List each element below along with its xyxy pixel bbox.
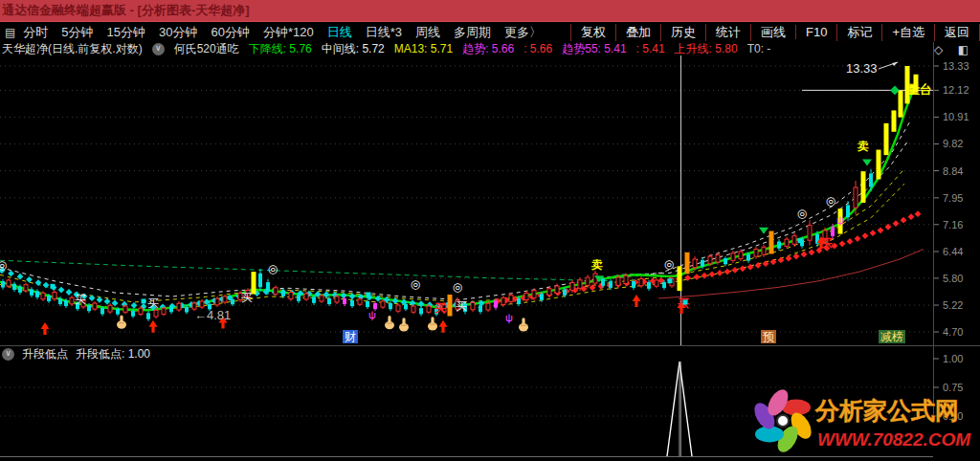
biaoji-button[interactable]: 标记 bbox=[836, 24, 881, 41]
tag-cai[interactable]: 财 bbox=[343, 330, 358, 343]
window-title: 通达信金融终端超赢版 - [分析图表-天华超净] bbox=[2, 3, 250, 17]
svg-text:量台: 量台 bbox=[907, 82, 932, 97]
indicator-name[interactable]: 何氏520通吃 bbox=[174, 41, 239, 57]
watermark: 分析家公式网 WWW.70822.COM bbox=[752, 384, 978, 461]
svg-text:卖: 卖 bbox=[590, 258, 603, 272]
diejia-button[interactable]: 叠加 bbox=[615, 24, 660, 41]
tab-min120[interactable]: 分钟*120 bbox=[263, 24, 314, 41]
sell-triangle-icon bbox=[759, 228, 768, 234]
trend-diamond-markers bbox=[0, 210, 921, 311]
fuquan-button[interactable]: 复权 bbox=[570, 24, 615, 41]
dark-red-line bbox=[658, 250, 924, 298]
svg-text:ψ: ψ bbox=[505, 312, 513, 323]
stock-title: 天华超净(日线.前复权.对数) bbox=[2, 41, 143, 57]
svg-text:◎: ◎ bbox=[826, 194, 835, 208]
svg-text:5.22: 5.22 bbox=[943, 299, 963, 311]
flower-logo bbox=[752, 386, 815, 456]
price-axis-labels: 13.3312.1210.919.828.847.957.166.445.805… bbox=[933, 60, 969, 338]
svg-text:买: 买 bbox=[456, 299, 467, 313]
svg-text:◎: ◎ bbox=[268, 262, 278, 275]
watermark-canvas: 分析家公式网 WWW.70822.COM bbox=[752, 384, 978, 457]
svg-text:←4.81: ←4.81 bbox=[194, 308, 231, 322]
buy-arrow-icon bbox=[41, 322, 50, 335]
tag-yu[interactable]: 预 bbox=[761, 330, 776, 343]
svg-text:买: 买 bbox=[241, 291, 253, 304]
svg-text:买: 买 bbox=[434, 301, 446, 315]
main-chart-header: 天华超净(日线.前复权.对数) ∨ 何氏520通吃 下降线: 5.76 中间线:… bbox=[2, 42, 780, 55]
sell-triangle-icon bbox=[862, 159, 872, 165]
svg-text:◎: ◎ bbox=[453, 280, 462, 294]
tab-daily[interactable]: 日线 bbox=[327, 24, 352, 41]
tab-weekly[interactable]: 周线 bbox=[415, 24, 440, 41]
buy-arrow-icon bbox=[439, 320, 448, 333]
sub-chart-header: ∨ 升段低点 升段低点: 1.00 bbox=[2, 347, 158, 361]
price-gridlines bbox=[0, 66, 933, 332]
svg-text:◎: ◎ bbox=[411, 277, 420, 291]
f10-button[interactable]: F10 bbox=[795, 25, 836, 39]
svg-text:13.33: 13.33 bbox=[846, 61, 878, 76]
pointing-hand-icon bbox=[385, 316, 394, 329]
watermark-url: WWW.70822.COM bbox=[817, 429, 971, 450]
sub-spike bbox=[667, 362, 692, 456]
tab-daily3[interactable]: 日线*3 bbox=[366, 24, 402, 41]
svg-text:10.91: 10.91 bbox=[943, 111, 969, 122]
huaxian-button[interactable]: 画线 bbox=[750, 24, 795, 41]
svg-text:9.82: 9.82 bbox=[943, 138, 963, 149]
svg-text:◎: ◎ bbox=[0, 258, 7, 272]
panel-layout-icon[interactable]: ▤ bbox=[5, 26, 15, 39]
svg-text:13.33: 13.33 bbox=[943, 60, 969, 72]
tab-5min[interactable]: 5分钟 bbox=[61, 24, 93, 41]
svg-text:买: 买 bbox=[821, 236, 833, 250]
collapse-indicator-icon[interactable]: ∨ bbox=[152, 43, 165, 55]
menu-bar: ▤ 分时 5分钟 15分钟 30分钟 60分钟 分钟*120 日线 日线*3 周… bbox=[0, 21, 980, 42]
panel-corner-icons[interactable]: ◇ ◧ bbox=[934, 43, 974, 56]
ma-green bbox=[0, 82, 917, 310]
indicator-value-t0: T0: - bbox=[747, 42, 771, 55]
svg-text:7.95: 7.95 bbox=[943, 192, 963, 204]
watermark-site-name: 分析家公式网 bbox=[814, 397, 959, 424]
pointing-hand-icon bbox=[428, 317, 437, 330]
svg-text:卖: 卖 bbox=[857, 140, 869, 153]
tab-15min[interactable]: 15分钟 bbox=[107, 24, 145, 41]
svg-text:ψ: ψ bbox=[836, 214, 844, 226]
tab-more[interactable]: 更多〉 bbox=[504, 24, 542, 41]
level-line: 量台 bbox=[802, 82, 933, 97]
white-dashed-a bbox=[0, 140, 909, 300]
svg-text:ψ: ψ bbox=[368, 309, 376, 320]
svg-text:6.44: 6.44 bbox=[943, 246, 963, 257]
tab-30min[interactable]: 30分钟 bbox=[159, 24, 197, 41]
svg-text:1.00: 1.00 bbox=[943, 353, 963, 364]
tongji-button[interactable]: 统计 bbox=[705, 24, 750, 41]
svg-text:4.70: 4.70 bbox=[943, 326, 963, 338]
lishi-button[interactable]: 历史 bbox=[660, 24, 705, 41]
buy-arrow-icon bbox=[149, 320, 158, 333]
svg-text:◎: ◎ bbox=[664, 257, 674, 271]
fanhui-button[interactable]: 返回 bbox=[934, 24, 980, 41]
annotations: ←4.8113.33 bbox=[194, 61, 898, 322]
tab-fenshi[interactable]: 分时 bbox=[23, 24, 48, 41]
pointing-hand-icon bbox=[399, 318, 409, 331]
svg-text:5.80: 5.80 bbox=[943, 273, 963, 284]
svg-text:◎: ◎ bbox=[797, 207, 807, 220]
indicator-value-qushi55-2: : 5.41 bbox=[636, 42, 665, 55]
tag-jianbang[interactable]: 减榜 bbox=[879, 330, 905, 343]
sub-indicator-value: 升段低点: 1.00 bbox=[76, 346, 150, 362]
sub-collapse-icon[interactable]: ∨ bbox=[2, 348, 14, 361]
buy-arrow-icon bbox=[633, 295, 641, 307]
tab-60min[interactable]: 60分钟 bbox=[212, 24, 250, 41]
svg-text:7.16: 7.16 bbox=[943, 219, 963, 230]
svg-text:买: 买 bbox=[75, 293, 86, 306]
svg-text:买: 买 bbox=[147, 296, 159, 310]
indicator-value-qushi55: 趋势55: 5.41 bbox=[562, 41, 626, 57]
indicator-value-ma13: MA13: 5.71 bbox=[394, 42, 453, 55]
pointing-hand-icon bbox=[519, 318, 528, 331]
indicator-value-qushi: 趋势: 5.66 bbox=[462, 41, 514, 57]
window-title-bar[interactable]: 通达信金融终端超赢版 - [分析图表-天华超净] bbox=[0, 0, 980, 21]
indicator-value-qushi-2: : 5.66 bbox=[523, 42, 552, 55]
indicator-value-xiajiangxian: 下降线: 5.76 bbox=[249, 41, 312, 57]
add-watchlist-button[interactable]: +自选 bbox=[881, 24, 934, 41]
tab-multiperiod[interactable]: 多周期 bbox=[454, 24, 491, 41]
svg-text:8.84: 8.84 bbox=[943, 165, 963, 177]
sub-indicator-name[interactable]: 升段低点 bbox=[22, 346, 68, 362]
indicator-value-shangshengxian: 上升线: 5.80 bbox=[675, 41, 738, 57]
